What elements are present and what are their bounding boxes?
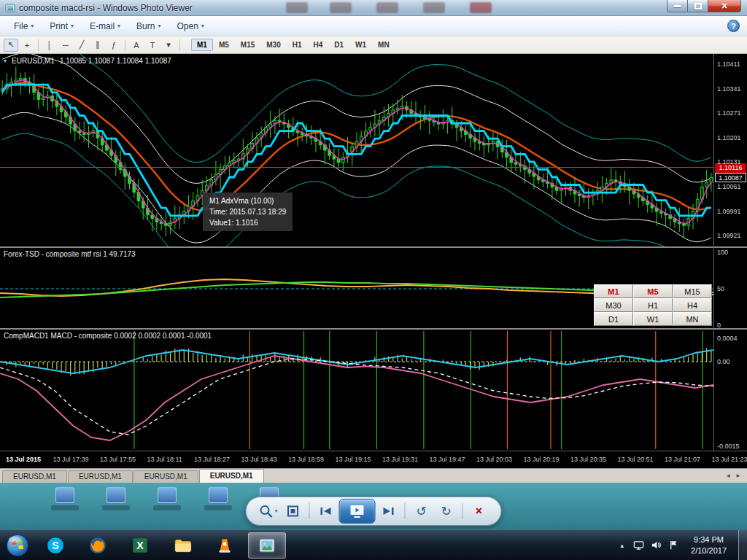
- rsi-timeframe-button-d1[interactable]: D1: [594, 312, 633, 326]
- cursor-icon[interactable]: ↖: [4, 39, 18, 52]
- crosshair-icon[interactable]: +: [20, 39, 34, 52]
- maximize-button[interactable]: [688, 0, 708, 12]
- chevron-down-icon: ▾: [158, 23, 160, 29]
- taskbar-app-firefox[interactable]: [79, 532, 117, 559]
- channel-icon[interactable]: ∥: [90, 39, 105, 52]
- window-icon: [5, 3, 15, 13]
- show-desktop-button[interactable]: [738, 530, 747, 560]
- desktop-icon[interactable]: [198, 487, 238, 510]
- fit-to-window-icon: [287, 505, 300, 518]
- symbol-ohlc: 1.10085 1.10087 1.10084 1.10087: [60, 57, 171, 65]
- macd-chart-canvas: [0, 330, 713, 451]
- toolbar-timeframe-d1[interactable]: D1: [328, 39, 349, 51]
- taskbar-pinned-icons: SX: [36, 530, 286, 560]
- taskbar-app-vlc[interactable]: [206, 532, 244, 559]
- help-button[interactable]: ?: [727, 20, 740, 32]
- glass-artifact: [330, 2, 352, 13]
- time-axis: 13 Jul 201513 Jul 17:3913 Jul 17:5513 Ju…: [0, 451, 747, 468]
- zoom-button[interactable]: ▾: [257, 501, 280, 521]
- network-icon[interactable]: [632, 540, 644, 551]
- menu-item-burn[interactable]: Burn▾: [130, 19, 167, 34]
- time-axis-label: 13 Jul 17:55: [100, 456, 136, 463]
- time-axis-label: 13 Jul 19:31: [382, 456, 418, 463]
- toolbar-timeframe-h1[interactable]: H1: [287, 39, 308, 51]
- time-axis-label: 13 Jul 20:03: [476, 456, 512, 463]
- toolbar-timeframe-h4[interactable]: H4: [308, 39, 329, 51]
- main-chart-canvas: [0, 54, 713, 246]
- toolbar-timeframe-mn[interactable]: MN: [372, 39, 395, 51]
- desktop-icon[interactable]: [96, 487, 136, 510]
- rsi-timeframe-buttons: M1M5M15M30H1H4D1W1MN: [594, 284, 712, 326]
- svg-text:S: S: [52, 539, 58, 551]
- delete-button[interactable]: ×: [468, 501, 491, 521]
- fibonacci-icon[interactable]: ƒ: [107, 39, 121, 52]
- desktop-icon-image: [55, 487, 74, 503]
- minimize-button[interactable]: [667, 0, 688, 12]
- tab-scroll-right-icon[interactable]: ►: [735, 472, 741, 479]
- show-hidden-icons-button[interactable]: ▴: [618, 540, 627, 551]
- glass-artifact: [423, 2, 445, 13]
- previous-button[interactable]: [314, 501, 338, 521]
- taskbar-app-photo-viewer[interactable]: [248, 532, 286, 559]
- macd-indicator-pane: CompMACD1 MACD - composite 0.0002 0.0002…: [0, 328, 747, 451]
- taskbar-app-excel[interactable]: X: [121, 532, 159, 559]
- taskbar-app-folder[interactable]: [163, 532, 201, 559]
- label-icon[interactable]: T: [145, 39, 160, 52]
- menu-item-open[interactable]: Open▾: [170, 19, 210, 34]
- slideshow-button[interactable]: [339, 499, 376, 524]
- action-center-flag-icon[interactable]: [667, 540, 679, 551]
- photo-viewer-window: composite macd-rsi - Windows Photo Viewe…: [0, 0, 747, 529]
- toolbar-timeframe-m30[interactable]: M30: [260, 39, 286, 51]
- taskbar-clock[interactable]: 9:34 PM 2/10/2017: [685, 534, 732, 556]
- rsi-timeframe-button-m5[interactable]: M5: [633, 284, 673, 298]
- text-icon[interactable]: A: [129, 39, 144, 52]
- rsi-timeframe-button-h1[interactable]: H1: [633, 298, 673, 312]
- actual-size-button[interactable]: [282, 501, 305, 521]
- desktop-icon[interactable]: [45, 487, 85, 510]
- toolbar-timeframe-w1[interactable]: W1: [349, 39, 372, 51]
- rsi-timeframe-button-w1[interactable]: W1: [633, 312, 673, 326]
- price-axis-separator: [713, 54, 714, 451]
- menu-item-email[interactable]: E-mail▾: [83, 19, 127, 34]
- rsi-indicator-label: Forex-TSD - composite mtf rsi 1 49.7173: [4, 250, 136, 258]
- glass-artifact: [470, 2, 492, 13]
- desktop-icon[interactable]: [147, 487, 187, 510]
- tab-scroll-left-icon[interactable]: ◄: [725, 472, 731, 479]
- chart-tab-1[interactable]: EURUSD,M1: [68, 470, 133, 483]
- macd-axis-label: 0.00: [717, 358, 730, 365]
- rsi-timeframe-button-m15[interactable]: M15: [673, 284, 712, 298]
- chart-tab-2[interactable]: EURUSD,M1: [133, 470, 198, 483]
- rsi-timeframe-button-h4[interactable]: H4: [673, 298, 712, 312]
- trendline-icon[interactable]: ╱: [74, 39, 89, 52]
- menu-item-label: Open: [177, 21, 198, 31]
- rotate-counterclockwise-button[interactable]: ↺: [410, 501, 433, 521]
- symbol-name: EURUSD,M1: [12, 57, 55, 65]
- toolbar-timeframe-m15[interactable]: M15: [235, 39, 260, 51]
- rsi-timeframe-button-m30[interactable]: M30: [594, 298, 633, 312]
- taskbar-app-skype[interactable]: S: [36, 532, 74, 559]
- vertical-line-icon[interactable]: │: [42, 39, 57, 52]
- toolbar-timeframe-m1[interactable]: M1: [191, 39, 213, 51]
- viewer-bottom-area: ▾ ↺ ↻ ×: [0, 483, 747, 529]
- divider: [462, 503, 463, 519]
- horizontal-line-icon[interactable]: ─: [58, 39, 73, 52]
- menu-item-file[interactable]: File▾: [7, 19, 40, 34]
- rsi-timeframe-button-mn[interactable]: MN: [673, 312, 712, 326]
- volume-icon[interactable]: [650, 540, 662, 551]
- rotate-clockwise-button[interactable]: ↻: [435, 501, 458, 521]
- divider: [309, 503, 310, 519]
- close-button[interactable]: ×: [708, 0, 741, 12]
- chart-tab-0[interactable]: EURUSD,M1: [2, 470, 67, 483]
- toolbar-timeframe-m5[interactable]: M5: [213, 39, 235, 51]
- next-button[interactable]: [377, 501, 400, 521]
- time-axis-label: 13 Jul 20:51: [618, 456, 654, 463]
- menu-bar-items: File▾Print▾E-mail▾Burn▾Open▾: [0, 16, 747, 36]
- time-axis-label: 13 Jul 17:39: [53, 456, 89, 463]
- price-axis-label: 1.10341: [717, 85, 741, 93]
- rsi-timeframe-button-m1[interactable]: M1: [594, 284, 633, 298]
- chevron-down-icon: ▾: [201, 23, 204, 29]
- shapes-dropdown-icon[interactable]: ▾: [161, 39, 176, 52]
- chart-tab-3[interactable]: EURUSD,M1: [199, 469, 264, 483]
- start-button[interactable]: [3, 530, 32, 560]
- menu-item-print[interactable]: Print▾: [43, 19, 80, 34]
